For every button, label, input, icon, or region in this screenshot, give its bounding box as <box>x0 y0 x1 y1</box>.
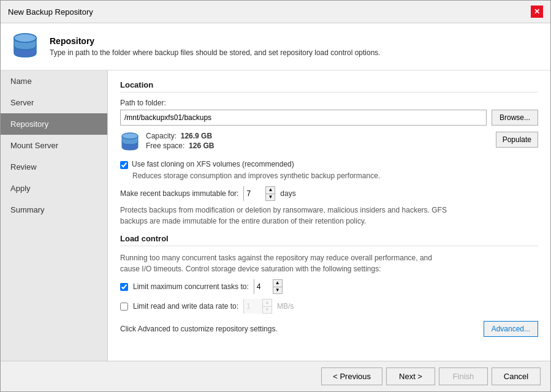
limit-readwrite-label: Limit read and write data rate to: <box>133 302 238 311</box>
immutable-days-input[interactable] <box>244 186 265 201</box>
new-backup-repository-dialog: New Backup Repository ✕ Repository Type … <box>0 0 551 392</box>
main-panel: Location Path to folder: Browse... <box>108 70 550 361</box>
small-database-icon <box>120 132 140 154</box>
sidebar-item-apply[interactable]: Apply <box>1 178 107 199</box>
sidebar-item-repository[interactable]: Repository <box>1 113 107 135</box>
sidebar-item-mount-server[interactable]: Mount Server <box>1 135 107 156</box>
immutable-row: Make recent backups immutable for: ▲ ▼ d… <box>120 186 538 201</box>
concurrent-spinbox[interactable]: ▲ ▼ <box>254 279 283 294</box>
next-button[interactable]: Next > <box>386 368 435 385</box>
concurrent-spin-up[interactable]: ▲ <box>273 280 282 287</box>
protection-text: Protects backups from modification or de… <box>120 205 538 227</box>
readwrite-value-input[interactable] <box>244 299 262 314</box>
concurrent-row: Limit maximum concurrent tasks to: ▲ ▼ <box>120 279 538 294</box>
capacity-label: Capacity: <box>146 132 177 140</box>
immutable-spinbox[interactable]: ▲ ▼ <box>243 186 275 201</box>
readwrite-row: Limit read and write data rate to: ▲ ▼ M… <box>120 299 538 314</box>
header-description: Type in path to the folder where backup … <box>50 48 381 57</box>
readwrite-spin-up[interactable]: ▲ <box>263 300 272 307</box>
advanced-section: Click Advanced to customize repository s… <box>120 321 538 337</box>
dialog-title: New Backup Repository <box>8 7 93 17</box>
header-title: Repository <box>50 36 381 46</box>
svg-point-1 <box>14 34 36 42</box>
previous-button[interactable]: < Previous <box>321 368 382 385</box>
fast-clone-subtext: Reduces storage consumption and improves… <box>132 172 538 180</box>
capacity-line: Capacity: 126.9 GB <box>146 132 490 140</box>
readwrite-spin-down[interactable]: ▼ <box>263 307 272 314</box>
immutable-spin-down[interactable]: ▼ <box>266 194 275 201</box>
limit-readwrite-checkbox[interactable] <box>120 303 128 311</box>
finish-button[interactable]: Finish <box>439 368 488 385</box>
sidebar-item-summary[interactable]: Summary <box>1 199 107 221</box>
sidebar: Name Server Repository Mount Server Revi… <box>1 70 108 361</box>
cancel-button[interactable]: Cancel <box>492 368 541 385</box>
populate-button[interactable]: Populate <box>496 132 538 148</box>
location-section-title: Location <box>120 80 538 92</box>
load-control-section: Load control Running too many concurrent… <box>120 234 538 314</box>
advanced-text: Click Advanced to customize repository s… <box>120 325 278 333</box>
path-row: Browse... <box>120 110 538 126</box>
freespace-label: Free space: <box>146 141 184 150</box>
fast-clone-label: Use fast cloning on XFS volumes (recomme… <box>132 160 294 168</box>
advanced-button[interactable]: Advanced... <box>484 321 538 337</box>
sidebar-item-server[interactable]: Server <box>1 92 107 113</box>
fast-clone-row: Use fast cloning on XFS volumes (recomme… <box>120 160 538 169</box>
close-button[interactable]: ✕ <box>531 6 543 18</box>
spinbox-arrows: ▲ ▼ <box>265 187 275 200</box>
fast-clone-checkbox[interactable] <box>120 161 128 169</box>
freespace-line: Free space: 126 GB <box>146 141 490 150</box>
concurrent-value-input[interactable] <box>254 279 273 294</box>
load-control-title: Load control <box>120 234 538 246</box>
capacity-row: Capacity: 126.9 GB Free space: 126 GB Po… <box>120 132 538 154</box>
load-desc: Running too many concurrent tasks agains… <box>120 252 538 274</box>
path-input[interactable] <box>120 110 487 126</box>
freespace-value: 126 GB <box>189 141 214 150</box>
capacity-value: 126.9 GB <box>181 132 212 140</box>
limit-concurrent-label: Limit maximum concurrent tasks to: <box>133 282 249 291</box>
capacity-info: Capacity: 126.9 GB Free space: 126 GB <box>146 132 490 151</box>
footer: < Previous Next > Finish Cancel <box>1 361 550 391</box>
sidebar-item-review[interactable]: Review <box>1 156 107 178</box>
title-bar: New Backup Repository ✕ <box>1 1 550 23</box>
days-label: days <box>280 189 295 198</box>
header-text: Repository Type in path to the folder wh… <box>50 36 381 57</box>
immutable-label: Make recent backups immutable for: <box>120 189 238 198</box>
svg-point-3 <box>122 133 138 139</box>
content-area: Name Server Repository Mount Server Revi… <box>1 70 550 361</box>
header-section: Repository Type in path to the folder wh… <box>1 23 550 70</box>
concurrent-spinbox-arrows: ▲ ▼ <box>273 280 282 293</box>
concurrent-spin-down[interactable]: ▼ <box>273 287 282 294</box>
mbs-label: MB/s <box>277 302 294 311</box>
limit-concurrent-checkbox[interactable] <box>120 283 128 291</box>
database-icon <box>10 32 40 61</box>
browse-button[interactable]: Browse... <box>492 110 538 126</box>
readwrite-spinbox-arrows: ▲ ▼ <box>262 300 272 313</box>
immutable-spin-up[interactable]: ▲ <box>266 187 275 194</box>
sidebar-item-name[interactable]: Name <box>1 70 107 92</box>
readwrite-spinbox[interactable]: ▲ ▼ <box>243 299 272 314</box>
path-label: Path to folder: <box>120 99 538 107</box>
